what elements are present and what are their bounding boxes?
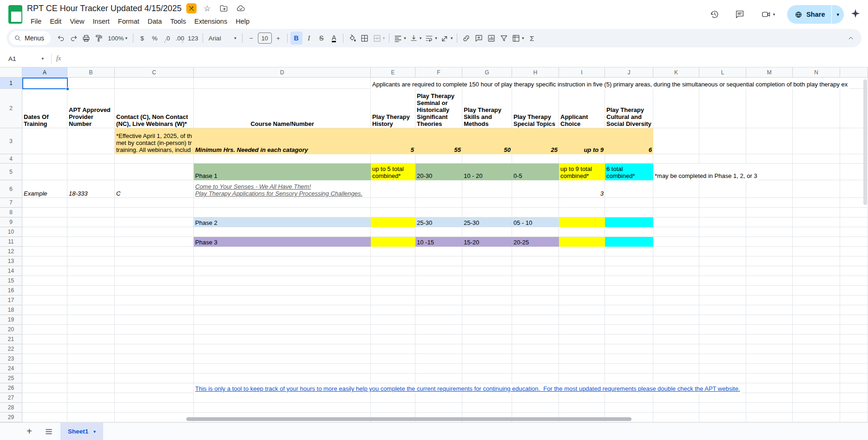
cell-C3[interactable]: *Effective April 1, 2025, of th met by c… xyxy=(115,128,194,154)
cell-E3[interactable]: 5 xyxy=(371,128,415,154)
row-header-25[interactable]: 25 xyxy=(0,374,22,383)
column-header-H[interactable]: H xyxy=(512,67,559,78)
pivot-table-icon[interactable]: ▾ xyxy=(510,32,526,45)
row-header-9[interactable]: 9 xyxy=(0,217,22,227)
functions-button[interactable]: Σ xyxy=(526,32,538,45)
cell-J2[interactable]: Play Therapy Cultural and Social Diversi… xyxy=(605,89,653,128)
column-header-J[interactable]: J xyxy=(605,67,653,78)
zoom-select[interactable]: 100%▾ xyxy=(105,32,130,45)
meet-video-icon[interactable]: ▾ xyxy=(756,5,781,24)
cell-F3[interactable]: 55 xyxy=(415,128,462,154)
cell-H9[interactable]: 05 - 10 xyxy=(512,217,559,227)
cell-B2[interactable]: APT Approved Provider Number xyxy=(67,89,115,128)
comments-icon[interactable] xyxy=(730,5,749,24)
collapse-toolbar-icon[interactable] xyxy=(845,32,857,45)
row-header-27[interactable]: 27 xyxy=(0,393,22,403)
cell-C2[interactable]: Contact (C), Non Contact (NC), Live Webi… xyxy=(115,89,194,128)
borders-icon[interactable] xyxy=(359,32,371,45)
font-size-input[interactable]: 10 xyxy=(258,33,272,44)
row-header-3[interactable]: 3 xyxy=(0,128,22,154)
print-icon[interactable] xyxy=(80,32,92,45)
column-header-C[interactable]: C xyxy=(115,67,194,78)
font-select[interactable]: Arial▾ xyxy=(206,32,239,45)
decrease-decimal-button[interactable]: .0← xyxy=(161,32,173,45)
menu-tools[interactable]: Tools xyxy=(166,17,190,26)
row-header-4[interactable]: 4 xyxy=(0,154,22,164)
cell-H3[interactable]: 25 xyxy=(512,128,559,154)
column-header-blank[interactable] xyxy=(840,67,868,78)
column-header-I[interactable]: I xyxy=(559,67,605,78)
increase-font-size-button[interactable]: + xyxy=(272,32,284,45)
cell-K5[interactable]: *may be completed in Phase 1, 2, or 3 xyxy=(653,164,758,180)
cell-I5[interactable]: up to 9 total combined* xyxy=(559,164,605,180)
row-header-16[interactable]: 16 xyxy=(0,286,22,296)
row-header-24[interactable]: 24 xyxy=(0,364,22,374)
increase-decimal-button[interactable]: .00→ xyxy=(174,32,186,45)
row-header-12[interactable]: 12 xyxy=(0,247,22,256)
cell-H11[interactable]: 20-25 xyxy=(512,237,559,247)
column-header-L[interactable]: L xyxy=(699,67,746,78)
text-rotation-icon[interactable]: ▾ xyxy=(439,32,454,45)
share-dropdown[interactable]: ▾ xyxy=(832,5,844,24)
star-icon[interactable]: ☆ xyxy=(201,2,213,15)
column-header-N[interactable]: N xyxy=(793,67,840,78)
row-header-17[interactable]: 17 xyxy=(0,296,22,305)
cell-G5[interactable]: 10 - 20 xyxy=(462,164,512,180)
cell-D3[interactable]: Minimum Hrs. Needed in each catagory xyxy=(194,128,371,154)
row-header-20[interactable]: 20 xyxy=(0,325,22,335)
row-header-29[interactable]: 29 xyxy=(0,413,22,422)
row-header-19[interactable]: 19 xyxy=(0,315,22,325)
cell-F11[interactable]: 10 -15 xyxy=(415,237,462,247)
insert-comment-icon[interactable] xyxy=(473,32,485,45)
cell-F9[interactable]: 25-30 xyxy=(415,217,462,227)
format-currency-button[interactable]: $ xyxy=(136,32,148,45)
version-history-icon[interactable] xyxy=(705,5,724,24)
column-header-B[interactable]: B xyxy=(67,67,115,78)
text-color-button[interactable]: A xyxy=(328,32,340,45)
cell-G11[interactable]: 15-20 xyxy=(462,237,512,247)
column-header-D[interactable]: D xyxy=(194,67,371,78)
row-header-11[interactable]: 11 xyxy=(0,237,22,247)
column-header-M[interactable]: M xyxy=(746,67,793,78)
row-header-8[interactable]: 8 xyxy=(0,208,22,217)
menu-file[interactable]: File xyxy=(27,17,45,26)
cell-I3[interactable]: up to 9 xyxy=(559,128,605,154)
cell-J3[interactable]: 6 xyxy=(605,128,653,154)
row-header-5[interactable]: 5 xyxy=(0,164,22,180)
redo-icon[interactable] xyxy=(67,32,79,45)
menu-extensions[interactable]: Extensions xyxy=(191,17,231,26)
sheet-tab-sheet1[interactable]: Sheet1 ▾ xyxy=(60,423,103,440)
cell-D9[interactable]: Phase 2 xyxy=(194,217,371,227)
cell-H5[interactable]: 0-5 xyxy=(512,164,559,180)
add-sheet-icon[interactable]: + xyxy=(21,424,37,440)
insert-chart-icon[interactable] xyxy=(485,32,497,45)
cell-D2[interactable]: Course Name/Number xyxy=(194,89,371,128)
cloud-status-icon[interactable] xyxy=(235,2,247,15)
menu-edit[interactable]: Edit xyxy=(46,17,65,26)
name-box[interactable]: A1 ▾ xyxy=(7,55,46,62)
row-header-15[interactable]: 15 xyxy=(0,276,22,286)
column-header-G[interactable]: G xyxy=(462,67,512,78)
cell-E2[interactable]: Play Therapy History xyxy=(371,89,415,128)
menu-view[interactable]: View xyxy=(66,17,88,26)
row-header-26[interactable]: 26 xyxy=(0,383,22,393)
row-header-7[interactable]: 7 xyxy=(0,198,22,208)
column-header-A[interactable]: A xyxy=(22,67,67,78)
cell-C6[interactable]: C xyxy=(115,180,194,198)
row-header-18[interactable]: 18 xyxy=(0,305,22,315)
row-header-2[interactable]: 2 xyxy=(0,89,22,128)
cell-F2[interactable]: Play Therapy Seminal or Historically Sig… xyxy=(415,89,462,128)
row-header-14[interactable]: 14 xyxy=(0,266,22,276)
row-header-28[interactable]: 28 xyxy=(0,403,22,413)
cell-A2[interactable]: Dates Of Training xyxy=(22,89,67,128)
spreadsheet-grid[interactable]: ABCDEFGHIJKLMN12345678910111213141516171… xyxy=(0,67,868,422)
cell-E9[interactable] xyxy=(371,217,415,227)
document-title[interactable]: RPT CE Hour Tracker Updated 4/15/2025 xyxy=(27,4,182,13)
menus-search-button[interactable]: Menus xyxy=(9,31,51,45)
menu-help[interactable]: Help xyxy=(232,17,253,26)
cell-H2[interactable]: Play Therapy Special Topics xyxy=(512,89,559,128)
formula-input[interactable] xyxy=(66,50,868,67)
cell-J9[interactable] xyxy=(605,217,653,227)
strikethrough-button[interactable]: S xyxy=(316,32,328,45)
vertical-align-icon[interactable]: ▾ xyxy=(408,32,423,45)
